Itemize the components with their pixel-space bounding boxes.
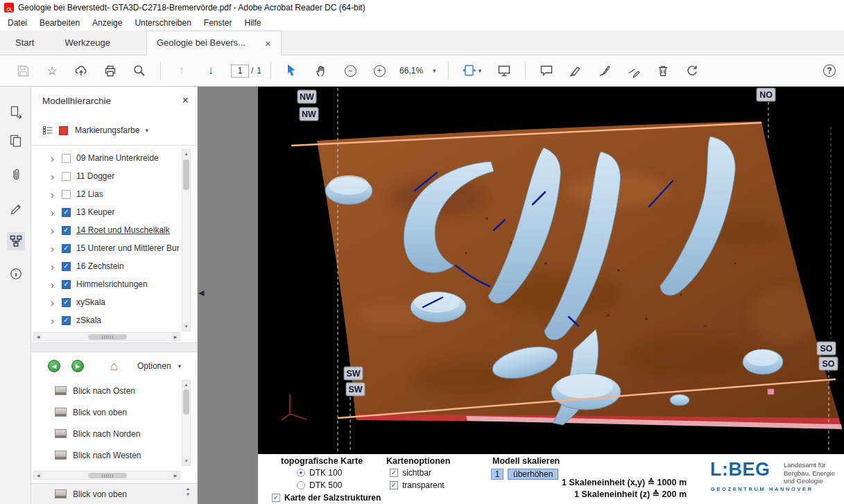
radio-icon[interactable]: [297, 481, 305, 489]
menu-bearbeiten[interactable]: Bearbeiten: [33, 18, 86, 28]
salt-map-checkbox[interactable]: ✓ Karte der Salzstrukturen: [272, 493, 381, 503]
layer-label[interactable]: 13 Keuper: [76, 207, 114, 217]
expand-chevron-icon[interactable]: ›: [51, 153, 62, 164]
arrow-down-icon[interactable]: ▼: [186, 492, 190, 496]
scroll-up-icon[interactable]: ▲: [182, 150, 190, 158]
layer-checkbox[interactable]: ✓: [62, 316, 71, 325]
tree-item-marine-unterkreide[interactable]: ›09 Marine Unterkreide: [31, 149, 179, 167]
expand-chevron-icon[interactable]: ›: [51, 279, 62, 290]
transparent-checkbox[interactable]: ✓ transparent: [390, 480, 445, 490]
view-item-oben[interactable]: Blick von oben: [31, 401, 179, 423]
tree-item-roet-muschelkalk[interactable]: ›✓14 Roet und Muschelkalk: [31, 221, 179, 239]
scrollbar-thumb[interactable]: [183, 159, 189, 190]
next-page-icon[interactable]: ↓: [200, 60, 221, 81]
tab-werkzeuge[interactable]: Werkzeuge: [49, 31, 126, 55]
tree-item-buntsandstein[interactable]: ›✓15 Unterer und Mittlerer Bur: [31, 239, 179, 257]
scroll-down-icon[interactable]: ▼: [182, 457, 190, 465]
scrollbar-thumb[interactable]: [88, 334, 127, 340]
save-icon[interactable]: [12, 60, 33, 81]
hand-tool-icon[interactable]: [311, 60, 331, 81]
scrollbar-thumb[interactable]: [183, 390, 189, 415]
layer-label[interactable]: 15 Unterer und Mittlerer Bur: [76, 243, 179, 253]
tree-item-zskala[interactable]: ›✓zSkala: [31, 311, 179, 329]
previous-view-button[interactable]: ◀: [48, 360, 60, 372]
layer-checkbox[interactable]: ✓: [62, 244, 71, 253]
tree-vertical-scrollbar[interactable]: ▲ ▼: [182, 149, 191, 331]
view-item-osten[interactable]: Blick nach Osten: [31, 380, 179, 401]
help-icon[interactable]: ?: [823, 64, 836, 77]
highlighter-icon[interactable]: [565, 60, 586, 81]
layer-checkbox[interactable]: ✓: [62, 208, 71, 217]
signatures-pen-icon[interactable]: [7, 200, 25, 218]
print-icon[interactable]: [100, 60, 121, 81]
comment-icon[interactable]: [536, 60, 557, 81]
expand-chevron-icon[interactable]: ›: [51, 225, 62, 236]
zoom-in-icon[interactable]: +: [369, 60, 390, 81]
cloud-upload-icon[interactable]: [71, 60, 92, 81]
search-zoom-icon[interactable]: [129, 60, 150, 81]
chevron-down-icon[interactable]: ▾: [178, 363, 182, 370]
expand-chevron-icon[interactable]: ›: [51, 297, 62, 308]
tree-item-himmelsrichtungen[interactable]: ›✓Himmelsrichtungen: [31, 275, 179, 293]
scroll-left-icon[interactable]: ◀: [34, 471, 42, 479]
layer-label[interactable]: 11 Dogger: [76, 171, 114, 181]
checkbox-icon[interactable]: ✓: [272, 494, 280, 502]
scroll-right-icon[interactable]: ▶: [171, 333, 180, 340]
options-dropdown[interactable]: Optionen: [137, 361, 171, 371]
scrollbar-thumb[interactable]: [88, 473, 127, 478]
layer-label[interactable]: Himmelsrichtungen: [76, 279, 148, 289]
checkbox-icon[interactable]: ✓: [390, 481, 398, 489]
tree-horizontal-scrollbar[interactable]: ◀ ▶: [33, 332, 180, 341]
dtk100-radio[interactable]: ● DTK 100: [297, 468, 342, 478]
layer-checkbox[interactable]: ✓: [62, 280, 71, 289]
collapsed-view-label[interactable]: Blick von oben: [73, 489, 127, 499]
next-view-button[interactable]: ▶: [71, 360, 84, 372]
tree-item-xyskala[interactable]: ›✓xySkala: [31, 293, 179, 311]
layer-checkbox[interactable]: [62, 172, 71, 181]
zoom-out-icon[interactable]: −: [340, 60, 361, 81]
menu-anzeige[interactable]: Anzeige: [86, 18, 128, 28]
menu-datei[interactable]: Datei: [1, 18, 33, 28]
visible-checkbox[interactable]: ✓ sichtbar: [390, 468, 431, 478]
reading-mode-icon[interactable]: [494, 60, 515, 81]
attachments-paperclip-icon[interactable]: [7, 166, 25, 184]
rotate-pages-icon[interactable]: [682, 60, 703, 81]
tree-item-dogger[interactable]: ›11 Dogger: [31, 167, 179, 185]
select-tool-icon[interactable]: [282, 60, 302, 81]
expand-chevron-icon[interactable]: ›: [51, 171, 62, 182]
previous-page-icon[interactable]: ↑: [171, 60, 192, 81]
view-item-norden[interactable]: Blick nach Norden: [31, 423, 179, 444]
page-number-input[interactable]: 1: [231, 64, 249, 78]
layer-checkbox[interactable]: [62, 190, 71, 199]
expand-chevron-icon[interactable]: ›: [51, 189, 62, 200]
sign-pen-icon[interactable]: [594, 60, 615, 81]
panel-close-icon[interactable]: ×: [182, 94, 189, 107]
layer-label[interactable]: 09 Marine Unterkreide: [76, 153, 159, 163]
model-tree-icon[interactable]: [7, 232, 25, 250]
view-item-westen[interactable]: Blick nach Westen: [31, 444, 179, 466]
expand-chevron-icon[interactable]: ›: [51, 261, 62, 272]
chevron-down-icon[interactable]: ▾: [145, 127, 148, 134]
scroll-up-icon[interactable]: ▲: [182, 381, 190, 389]
checkbox-icon[interactable]: ✓: [390, 469, 398, 477]
pane-resize-arrows[interactable]: ▲▼: [186, 487, 190, 496]
menu-fenster[interactable]: Fenster: [198, 18, 239, 28]
expand-chevron-icon[interactable]: ›: [51, 207, 62, 218]
fill-sign-icon[interactable]: [623, 60, 644, 81]
layer-checkbox[interactable]: ✓: [62, 298, 71, 307]
scroll-right-icon[interactable]: ▶: [171, 471, 180, 479]
default-view-home-icon[interactable]: ⌂: [110, 360, 118, 372]
layer-checkbox[interactable]: [62, 154, 71, 163]
scroll-left-icon[interactable]: ◀: [34, 333, 42, 340]
layer-label[interactable]: 14 Roet und Muschelkalk: [76, 225, 170, 235]
layer-label[interactable]: 12 Lias: [76, 189, 103, 199]
zoom-level-dropdown[interactable]: 66,1% ▾: [399, 66, 436, 76]
layer-checkbox[interactable]: ✓: [62, 262, 71, 271]
tree-item-zechstein[interactable]: ›✓16 Zechstein: [31, 257, 179, 275]
layer-label[interactable]: zSkala: [76, 315, 101, 325]
scroll-down-icon[interactable]: ▼: [182, 322, 190, 331]
tab-start[interactable]: Start: [0, 31, 49, 55]
panel-collapse-icon[interactable]: ◀: [198, 288, 204, 297]
export-pdf-icon[interactable]: [7, 103, 25, 121]
tab-document[interactable]: Geologie bei Bevers... ×: [146, 31, 282, 55]
